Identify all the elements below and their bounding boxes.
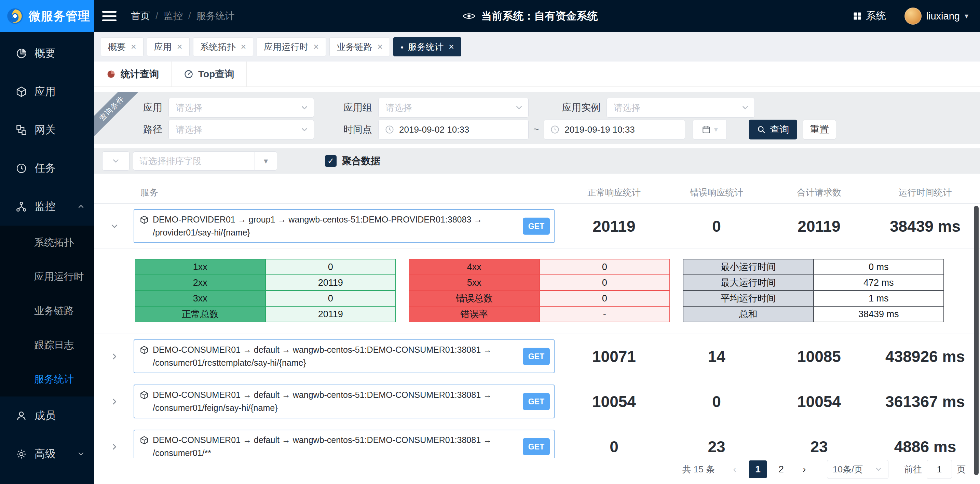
user-menu[interactable]: liuxiang ▾ [905,8,968,25]
aggregate-toggle[interactable]: ✓ 聚合数据 [325,154,380,167]
row-expander[interactable] [98,352,131,361]
sidebar-item-tasks[interactable]: 任务 [0,149,94,187]
app-instance-select[interactable] [606,98,755,118]
tab-overview[interactable]: 概要 × [101,37,143,56]
sidebar-item-business-chain[interactable]: 业务链路 [0,294,94,328]
service-box[interactable]: DEMO-PROVIDER01 → group1 → wangwb-centos… [134,209,555,243]
menu-toggle-icon[interactable] [102,11,116,21]
page-size-select[interactable]: 10条/页 [827,460,888,479]
sidebar: 概要 应用 网关 任务 [0,32,94,484]
reset-button[interactable]: 重置 [803,119,836,140]
goto-label: 前往 [904,463,922,476]
breadcrumb-monitor[interactable]: 监控 [164,10,183,22]
close-icon[interactable]: × [449,42,454,52]
tab-business-chain[interactable]: 业务链路 × [329,37,390,56]
row-expander[interactable] [98,442,131,452]
app-select[interactable] [169,98,314,118]
success-stats-table: 1xx 0 2xx 20119 3xx 0 正常总数 20119 [135,259,396,322]
sort-field-dropdown-button[interactable]: ▾ [255,151,277,170]
vertical-scrollbar[interactable] [974,206,978,475]
next-page-button[interactable]: › [795,460,813,478]
app-group-select[interactable] [378,98,528,118]
service-box[interactable]: DEMO-CONSUMER01 → default → wangwb-cento… [134,385,555,419]
tab-service-stats[interactable]: ● 服务统计 × [393,37,461,56]
tab-app-runtime[interactable]: 应用运行时 × [257,37,326,56]
time-from-input[interactable]: 2019-09-02 10:33 [378,119,528,140]
table-row[interactable]: DEMO-PROVIDER01 → group1 → wangwb-centos… [94,204,980,249]
table-header: 服务 正常响应统计 错误响应统计 合计请求数 运行时间统计 [94,182,980,204]
sidebar-item-system-topology[interactable]: 系统拓扑 [0,226,94,260]
system-switch-button[interactable]: 系统 [853,9,886,23]
calendar-picker-button[interactable]: ▾ [693,119,727,140]
row-expander[interactable] [98,397,131,406]
sidebar-item-members[interactable]: 成员 [0,396,94,435]
active-dot-icon: ● [401,44,404,50]
page-button-2[interactable]: 2 [772,460,790,478]
app-instance-select-input[interactable] [614,102,738,113]
sidebar-item-trace-logs[interactable]: 跟踪日志 [0,328,94,362]
col-header-service: 服务 [131,186,563,199]
chevron-right-icon [110,352,119,361]
runtime-total: 4886 ms [870,438,980,456]
path-select[interactable] [169,119,314,140]
search-button[interactable]: 查询 [749,119,797,140]
sidebar-item-gateway[interactable]: 网关 [0,111,94,149]
normal-count: 10054 [563,392,665,411]
error-count: 0 [665,217,768,236]
app-logo-icon [6,7,24,25]
sidebar-item-app-runtime[interactable]: 应用运行时 [0,260,94,294]
service-path: DEMO-CONSUMER01 → default → wangwb-cento… [153,344,513,369]
sidebar-item-service-stats[interactable]: 服务统计 [0,362,94,396]
cube-icon [140,215,149,224]
user-name: liuxiang [926,11,960,22]
aggregate-checkbox[interactable]: ✓ [325,155,337,167]
path-field-label: 路径 [108,123,162,136]
clock-icon [16,163,27,174]
sort-field-input[interactable] [133,151,255,170]
app-logo[interactable]: 微服务管理 [0,0,94,32]
stat-label-cell: 4xx [409,259,539,275]
close-icon[interactable]: × [377,42,383,52]
chevron-down-icon: ▾ [965,12,968,21]
stat-label-cell: 1xx [135,259,266,275]
path-select-input[interactable] [176,124,297,135]
total-count: 10085 [768,347,870,366]
goto-page-input[interactable] [927,460,952,479]
total-count-label: 共 15 条 [682,463,715,476]
prev-page-button[interactable]: ‹ [726,460,743,478]
sort-direction-select[interactable] [102,151,129,170]
time-to-input[interactable]: 2019-09-19 10:33 [544,119,685,140]
sidebar-item-advanced[interactable]: 高级 [0,435,94,473]
gauge-icon [184,69,193,79]
runtime-total: 361367 ms [870,392,980,411]
sidebar-item-monitor[interactable]: 监控 [0,187,94,226]
chevron-right-icon [110,442,119,452]
current-system-indicator[interactable]: 当前系统：自有资金系统 [463,9,598,23]
stat-value-cell: 0 ms [814,259,944,275]
sidebar-item-label: 任务 [35,161,56,175]
stat-value-cell: - [539,306,670,322]
table-row[interactable]: DEMO-CONSUMER01 → default → wangwb-cento… [94,334,980,379]
tab-system-topology[interactable]: 系统拓扑 × [193,37,253,56]
stat-label-cell: 2xx [135,275,266,291]
table-row[interactable]: DEMO-CONSUMER01 → default → wangwb-cento… [94,379,980,424]
page-button-1[interactable]: 1 [749,460,767,478]
pie-chart-icon [106,69,116,79]
current-system-label: 当前系统：自有资金系统 [482,9,598,23]
breadcrumb-home[interactable]: 首页 [131,10,150,22]
stat-label-cell: 总和 [683,306,814,322]
row-expander[interactable] [98,221,131,231]
service-box[interactable]: DEMO-CONSUMER01 → default → wangwb-cento… [134,339,555,373]
close-icon[interactable]: × [241,42,247,52]
sidebar-item-overview[interactable]: 概要 [0,34,94,72]
subtab-top-query[interactable]: Top查询 [172,62,247,86]
close-icon[interactable]: × [131,42,136,52]
app-group-select-input[interactable] [385,102,512,113]
subtab-stats-query[interactable]: 统计查询 [94,62,172,86]
app-select-input[interactable] [176,102,297,113]
breadcrumb-separator: / [188,11,191,22]
close-icon[interactable]: × [313,42,319,52]
close-icon[interactable]: × [177,42,183,52]
tab-applications[interactable]: 应用 × [147,37,189,56]
sidebar-item-applications[interactable]: 应用 [0,72,94,111]
